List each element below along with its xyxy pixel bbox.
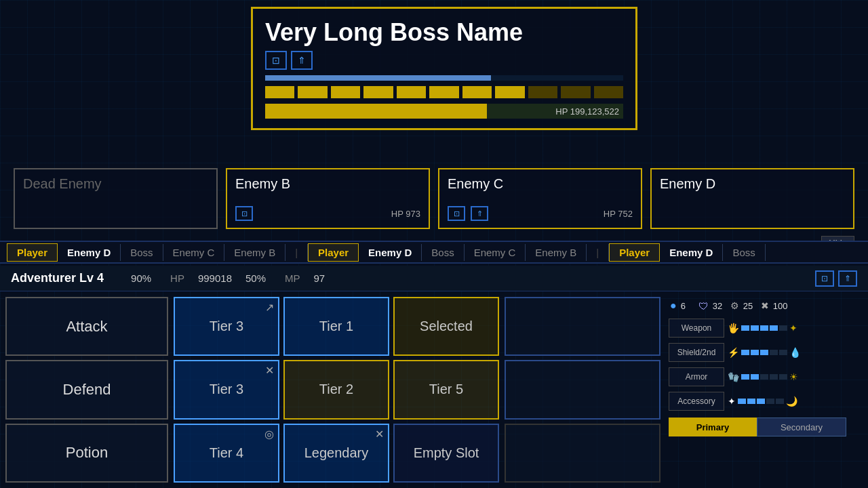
tab-boss2[interactable]: Boss	[422, 244, 464, 261]
target-cell-3[interactable]	[505, 424, 660, 483]
seg-11	[594, 86, 623, 98]
shield-slot-label[interactable]: Shield/2nd	[669, 343, 724, 362]
weapon-slot-label[interactable]: Weapon	[669, 319, 724, 338]
stat-val-25: 25	[743, 301, 757, 311]
enemy-c-icon1: ⊡	[448, 206, 465, 221]
seg-2	[298, 86, 327, 98]
tab-boss3[interactable]: Boss	[723, 244, 765, 261]
skill-empty[interactable]: Empty Slot	[393, 424, 499, 483]
wb2	[751, 325, 759, 331]
potion-button[interactable]: Potion	[5, 424, 168, 483]
skill-tier3a[interactable]: Tier 3 ↗	[174, 297, 279, 356]
corner-icon-tier3b: ✕	[265, 364, 274, 377]
hp-label: HP	[170, 272, 184, 284]
sb4	[770, 350, 778, 355]
tab-enemyd2[interactable]: Enemy D	[359, 244, 422, 261]
skill-tier5[interactable]: Tier 5	[393, 360, 499, 419]
status-icon-1: ⊡	[815, 270, 834, 287]
defend-button[interactable]: Defend	[5, 360, 168, 419]
tab-boss1[interactable]: Boss	[121, 244, 163, 261]
armor-slot-label[interactable]: Armor	[669, 367, 724, 386]
skill-tier2[interactable]: Tier 2	[283, 360, 389, 419]
sb5	[779, 350, 787, 355]
enemy-c-bottom: ⊡ ⇑ HP 752	[448, 206, 633, 221]
status-val1: 90%	[131, 272, 151, 284]
tab-enemyd1[interactable]: Enemy D	[58, 244, 121, 261]
action-buttons: Attack Defend Potion	[5, 297, 168, 483]
skill-tier3b[interactable]: Tier 3 ✕	[174, 360, 279, 419]
skill-selected[interactable]: Selected	[393, 297, 499, 356]
target-slot	[505, 297, 660, 483]
weapon-stats: 🖐 ✦	[727, 323, 798, 333]
arb5	[779, 374, 787, 380]
tab-enemyd3[interactable]: Enemy D	[660, 244, 723, 261]
primary-button[interactable]: Primary	[669, 418, 757, 436]
skill-tier1[interactable]: Tier 1	[283, 297, 389, 356]
tab-enemyb1[interactable]: Enemy B	[224, 244, 285, 261]
mp-label: MP	[285, 272, 300, 284]
wb1	[741, 325, 749, 331]
enemy-c[interactable]: Enemy C ⊡ ⇑ HP 752	[438, 168, 642, 229]
status-icons: ⊡ ⇑	[815, 270, 857, 287]
weapon-star: ✦	[789, 323, 797, 333]
enemy-b-icon: ⊡	[235, 206, 253, 221]
shield-icon1: ⚡	[728, 347, 739, 358]
arb1	[741, 374, 749, 380]
tab-enemyc2[interactable]: Enemy C	[465, 244, 526, 261]
sb3	[760, 350, 768, 355]
seg-1	[265, 86, 294, 98]
action-area: Attack Defend Potion Tier 3 ↗ Tier 1 Sel…	[0, 291, 868, 488]
wb4	[770, 325, 778, 331]
armor-stats: 🧤 ☀	[727, 371, 799, 382]
equip-accessory-row: Accessory ✦ 🌙	[669, 390, 846, 412]
enemy-c-name: Enemy C	[448, 176, 633, 192]
shield-bars	[741, 350, 787, 355]
tab-enemyc1[interactable]: Enemy C	[163, 244, 225, 261]
tab-bar: Player Enemy D Boss Enemy C Enemy B | Pl…	[0, 241, 868, 264]
enemy-row: Dead Enemy Enemy B ⊡ HP 973 Enemy C ⊡ ⇑ …	[14, 168, 854, 229]
enemy-d[interactable]: Enemy D	[650, 168, 854, 229]
tab-player3[interactable]: Player	[609, 243, 660, 262]
boss-icon-2: ⇑	[291, 51, 313, 70]
status-icon-2: ⇑	[838, 270, 857, 287]
acb1	[738, 399, 746, 404]
boss-mp-bar-container	[265, 75, 623, 81]
secondary-button[interactable]: Secondary	[757, 418, 846, 436]
attack-button[interactable]: Attack	[5, 297, 168, 356]
armor-bars	[741, 374, 787, 380]
skill-legendary[interactable]: Legendary ✕	[283, 424, 389, 483]
stat-val-6: 6	[681, 301, 694, 311]
enemy-b[interactable]: Enemy B ⊡ HP 973	[226, 168, 430, 229]
sb2	[751, 350, 759, 355]
accessory-slot-label[interactable]: Accessory	[669, 392, 724, 411]
arb4	[770, 374, 778, 380]
enemy-dead-name: Dead Enemy	[23, 176, 208, 192]
skill-row-1: Tier 3 ↗ Tier 1 Selected	[174, 297, 499, 356]
tab-player2[interactable]: Player	[308, 243, 359, 262]
target-cell-2[interactable]	[505, 360, 660, 419]
stat-icon-shield: 🛡	[698, 300, 709, 312]
accessory-stats: ✦ 🌙	[727, 396, 798, 407]
boss-hp-bar-container: HP 199,123,522	[265, 104, 623, 119]
status-val2: 50%	[245, 272, 266, 284]
shield-drop: 💧	[789, 347, 801, 358]
seg-4	[363, 86, 393, 98]
enemy-dead[interactable]: Dead Enemy	[14, 168, 218, 229]
tab-enemyb2[interactable]: Enemy B	[526, 244, 587, 261]
equip-armor-row: Armor 🧤 ☀	[669, 366, 846, 388]
stat-icon-gear: ⚙	[730, 300, 739, 311]
enemy-d-name: Enemy D	[660, 176, 845, 192]
acb2	[747, 399, 755, 404]
seg-7	[462, 86, 492, 98]
skill-tier4[interactable]: Tier 4 ◎	[174, 424, 279, 483]
tab-player1[interactable]: Player	[7, 243, 58, 262]
acb5	[776, 399, 784, 404]
accessory-icon1: ✦	[728, 396, 736, 407]
target-cell-1[interactable]	[505, 297, 660, 356]
corner-icon-tier3a: ↗	[265, 301, 274, 314]
stat-val-100: 100	[773, 301, 788, 311]
seg-5	[397, 86, 426, 98]
stat-val-32: 32	[713, 301, 726, 311]
arb3	[760, 374, 768, 380]
seg-10	[561, 86, 590, 98]
